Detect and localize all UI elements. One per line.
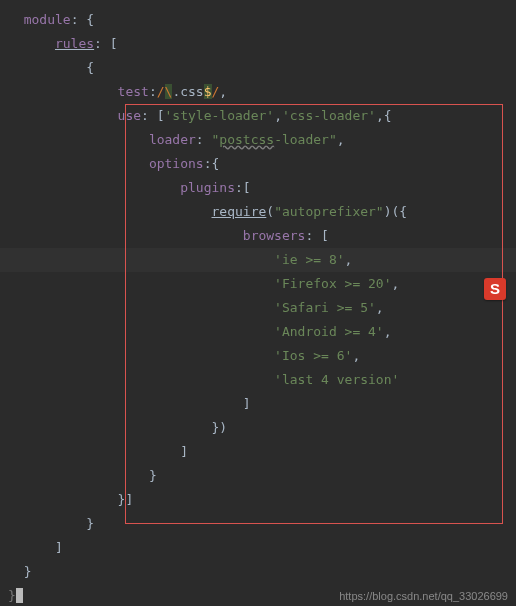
fn-require: require [212,204,267,219]
code-line: test:/\.css$/, [8,80,516,104]
code-line: options:{ [8,152,516,176]
code-line: loader: "postcss-loader", [8,128,516,152]
code-line: 'last 4 version' [8,368,516,392]
code-line: ] [8,536,516,560]
sogou-ime-icon[interactable]: S [484,278,506,300]
code-line: 'Ios >= 6', [8,344,516,368]
code-line: plugins:[ [8,176,516,200]
code-line: 'Android >= 4', [8,320,516,344]
code-line: use: ['style-loader','css-loader',{ [8,104,516,128]
key-rules: rules [55,36,94,51]
code-line: ] [8,440,516,464]
key-loader: loader [149,132,196,147]
code-editor[interactable]: module: { rules: [ { test:/\.css$/, use:… [0,0,516,606]
code-line: require("autoprefixer")({ [8,200,516,224]
code-line: { [8,56,516,80]
code-line: } [8,512,516,536]
key-plugins: plugins [180,180,235,195]
key-options: options [149,156,204,171]
watermark-text: https://blog.csdn.net/qq_33026699 [339,590,508,602]
code-line: ] [8,392,516,416]
code-line: browsers: [ [8,224,516,248]
key-browsers: browsers [243,228,306,243]
code-line: } [8,560,516,584]
code-line: } [8,464,516,488]
code-line: }) [8,416,516,440]
code-line: 'Safari >= 5', [8,296,516,320]
key-test: test [118,84,149,99]
code-line: module: { [8,8,516,32]
code-line: 'Firefox >= 20', [8,272,516,296]
text-cursor [16,588,23,603]
code-line: }] [8,488,516,512]
key-module: module [24,12,71,27]
code-line: rules: [ [8,32,516,56]
code-line-active: 'ie >= 8', [0,248,516,272]
key-use: use [118,108,141,123]
